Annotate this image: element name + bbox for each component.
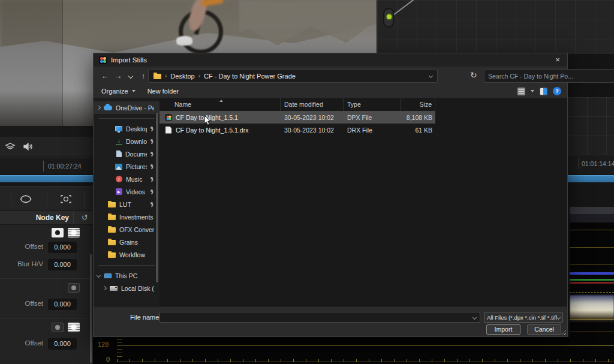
videos-icon (116, 188, 122, 195)
cancel-button[interactable]: Cancel (527, 324, 561, 335)
sidebar-item-workflow[interactable]: Workflow (94, 248, 159, 261)
address-dropdown-chevron-icon[interactable] (429, 74, 433, 78)
sidebar-item-local-disk-c[interactable]: Local Disk (C:) (94, 282, 159, 294)
sidebar-item-videos[interactable]: Videos (94, 185, 159, 198)
back-button[interactable]: ← (98, 71, 112, 80)
offset-value[interactable]: 0.000 (48, 242, 77, 253)
speaker-icon[interactable] (23, 142, 33, 151)
file-name-combobox[interactable] (159, 312, 480, 323)
refresh-icon[interactable]: ↻ (470, 70, 477, 80)
header-separator (73, 212, 74, 224)
timecode-right: 01:01:14:14 (582, 160, 614, 167)
key-toggle-group-3 (52, 323, 80, 332)
sidebar-item-desktop[interactable]: Desktop (94, 122, 159, 135)
sidebar-item-grains[interactable]: Grains (94, 236, 159, 248)
folder-icon (108, 227, 116, 233)
histogram-scope-bottom: 128 0 (93, 337, 614, 364)
sidebar-item-music[interactable]: Music (94, 173, 159, 185)
view-mode-caret-icon[interactable] (531, 90, 534, 92)
offset-value[interactable]: 0.000 (48, 299, 77, 310)
expander-chevron-icon[interactable] (103, 286, 107, 290)
dialog-command-bar: Organize New folder ? (94, 85, 567, 98)
panel-divider (0, 278, 93, 279)
dialog-navbar: ← → ↑ › Desktop › CF - Day to Night Powe… (94, 67, 567, 85)
address-bar[interactable]: › Desktop › CF - Day to Night Power Grad… (148, 69, 438, 83)
toolbar-separator (47, 191, 47, 207)
key-matte-toggle-icon[interactable] (68, 323, 80, 332)
pin-icon (149, 176, 154, 182)
file-name-cell: CF Day to Night_1.5.1 (159, 114, 281, 121)
node-key-panel: Offset 0.000 Blur H/V 0.000 Offset 0.000… (0, 225, 93, 364)
key-alpha-toggle-icon[interactable] (52, 228, 64, 237)
breadcrumb-current-folder[interactable]: CF - Day to Night Power Grade (204, 73, 296, 80)
sidebar-item-documents[interactable]: Documents (94, 148, 159, 160)
file-row-drx[interactable]: CF Day to Night_1.5.1.drx 30-05-2023 10:… (159, 124, 435, 136)
file-size-cell: 8,108 KB (401, 114, 435, 121)
search-input[interactable] (488, 73, 614, 80)
view-mode-icon[interactable] (517, 88, 525, 95)
offset-label: Offset (0, 300, 43, 307)
close-icon[interactable]: × (548, 53, 567, 67)
combobox-chevron-icon[interactable] (472, 315, 477, 319)
column-header-size[interactable]: Size (401, 98, 435, 111)
preview-pane-icon[interactable] (540, 88, 547, 95)
key-matte-toggle-icon[interactable] (68, 228, 80, 237)
sidebar-item-label: Workflow (119, 251, 154, 258)
tracker-target-icon[interactable] (58, 192, 74, 206)
timeline-ruler-right[interactable]: 01:01:14:14 (568, 155, 614, 174)
file-row-dpx[interactable]: CF Day to Night_1.5.1 30-05-2023 10:02 D… (159, 111, 435, 124)
sidebar-item-this-pc[interactable]: This PC (94, 269, 159, 282)
import-button[interactable]: Import (486, 324, 520, 335)
help-icon[interactable]: ? (553, 87, 561, 95)
column-header-name[interactable]: Name (159, 98, 281, 111)
toolbar-separator (84, 191, 85, 207)
power-window-icon[interactable] (18, 192, 34, 206)
new-folder-button[interactable]: New folder (148, 88, 179, 95)
document-file-icon (165, 127, 171, 134)
ruler-tick (579, 158, 579, 169)
list-header: Name Date modified Type Size (159, 98, 567, 111)
timeline-clip-bar-right[interactable] (568, 175, 614, 182)
sidebar-item-pictures[interactable]: Pictures (94, 160, 159, 173)
pin-icon (149, 126, 154, 132)
pin-icon (149, 139, 154, 145)
key-alpha-toggle-icon[interactable] (68, 283, 80, 293)
key-alpha-toggle-icon[interactable] (52, 323, 64, 332)
expander-chevron-icon[interactable] (97, 106, 101, 110)
folder-icon (108, 240, 116, 245)
expander-chevron-icon[interactable] (97, 273, 101, 278)
sidebar-item-label: Local Disk (C:) (121, 285, 154, 292)
sidebar-item-ofx-conversion[interactable]: OFX Conversion (94, 223, 159, 236)
sidebar-scrollbar[interactable] (156, 113, 158, 282)
file-type-select[interactable]: All Files (*.dpx *.cin *.tif *.tiff *.j (484, 312, 563, 323)
scope-scale-0: 0 (106, 356, 110, 363)
waveform-green-trace (570, 279, 614, 281)
breadcrumb-desktop[interactable]: Desktop (170, 73, 194, 80)
offset-label: Offset (0, 339, 43, 347)
file-name-input[interactable] (164, 314, 473, 321)
timeline-ruler-left[interactable]: 01:00:27:24 (0, 157, 93, 174)
sidebar-item-lut[interactable]: LUT (94, 198, 159, 210)
blur-hv-value[interactable]: 0.000 (48, 259, 77, 270)
sidebar-item-investments[interactable]: Investments - As (94, 210, 159, 223)
sidebar-item-label: Documents (125, 151, 147, 158)
timeline-clip-bar-left[interactable] (0, 175, 93, 182)
column-header-date-modified[interactable]: Date modified (281, 98, 344, 111)
search-box[interactable] (484, 69, 614, 83)
layers-icon[interactable] (5, 142, 16, 151)
dialog-titlebar[interactable]: Import Stills × (94, 53, 567, 67)
reset-icon[interactable]: ↺ (82, 213, 88, 222)
panel-scrollbar[interactable] (90, 254, 92, 363)
recent-locations-chevron-icon[interactable] (125, 72, 137, 79)
sidebar-item-onedrive[interactable]: OneDrive - Perso (94, 101, 159, 114)
column-header-type[interactable]: Type (344, 98, 401, 111)
offset-value[interactable]: 0.000 (48, 338, 77, 350)
sidebar-item-label: Investments - As (119, 213, 154, 221)
key-toggle-group-2 (68, 283, 80, 293)
waveform-red-trace (570, 282, 614, 284)
navigation-sidebar: OneDrive - Perso Desktop Downloads Docum… (94, 98, 159, 306)
forward-button[interactable]: → (112, 71, 125, 80)
node-input-connector[interactable] (383, 8, 394, 28)
sidebar-item-downloads[interactable]: Downloads (94, 135, 159, 148)
organize-menu[interactable]: Organize (101, 88, 128, 95)
